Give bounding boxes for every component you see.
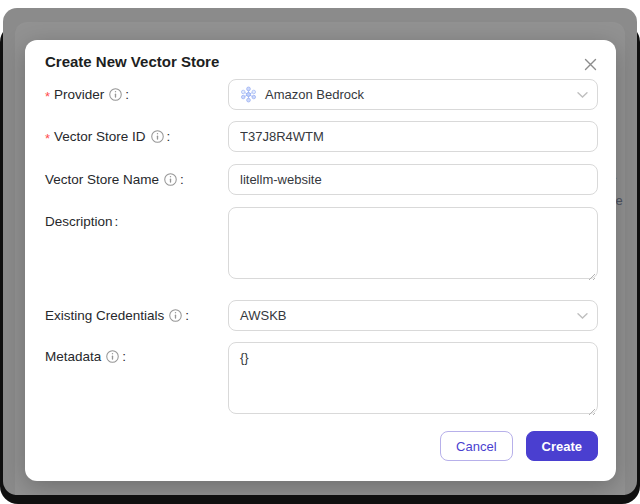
vector-store-name-label: Vector Store Name :: [45, 172, 228, 187]
provider-select[interactable]: Amazon Bedrock: [228, 79, 598, 110]
cancel-button[interactable]: Cancel: [440, 431, 512, 461]
existing-credentials-label: Existing Credentials :: [45, 308, 228, 323]
required-mark: *: [45, 129, 50, 145]
modal-title: Create New Vector Store: [45, 53, 219, 70]
description-label: Description :: [45, 207, 228, 229]
description-textarea[interactable]: [228, 207, 598, 279]
bedrock-icon: [240, 86, 257, 103]
field-row-existing-credentials: Existing Credentials : AWSKB: [45, 300, 598, 331]
existing-credentials-select[interactable]: AWSKB: [228, 300, 598, 331]
field-row-provider: * Provider :: [45, 79, 598, 110]
metadata-textarea[interactable]: [228, 342, 598, 414]
info-icon[interactable]: [106, 350, 119, 363]
close-button[interactable]: [579, 53, 601, 75]
field-row-vector-store-id: * Vector Store ID :: [45, 121, 598, 152]
close-icon: [584, 58, 597, 71]
create-button[interactable]: Create: [526, 431, 598, 461]
chevron-down-icon: [577, 91, 588, 98]
info-icon[interactable]: [164, 173, 177, 186]
field-row-metadata: Metadata :: [45, 342, 598, 414]
create-vector-store-modal: Create New Vector Store * Provider :: [25, 40, 616, 481]
resize-handle[interactable]: [586, 402, 596, 412]
modal-footer: Cancel Create: [440, 431, 598, 461]
info-icon[interactable]: [151, 130, 164, 143]
field-row-vector-store-name: Vector Store Name :: [45, 164, 598, 195]
field-row-description: Description :: [45, 207, 598, 279]
info-icon[interactable]: [169, 309, 182, 322]
existing-credentials-select-value: AWSKB: [240, 308, 286, 323]
vector-store-id-label: * Vector Store ID :: [45, 129, 228, 145]
resize-handle[interactable]: [586, 267, 596, 277]
provider-label: * Provider :: [45, 87, 228, 103]
vector-store-name-input[interactable]: [228, 164, 598, 195]
info-icon[interactable]: [109, 88, 122, 101]
metadata-label: Metadata :: [45, 342, 228, 364]
required-mark: *: [45, 87, 50, 103]
vector-store-id-input[interactable]: [228, 121, 598, 152]
chevron-down-icon: [577, 312, 588, 319]
provider-select-value: Amazon Bedrock: [265, 87, 364, 102]
